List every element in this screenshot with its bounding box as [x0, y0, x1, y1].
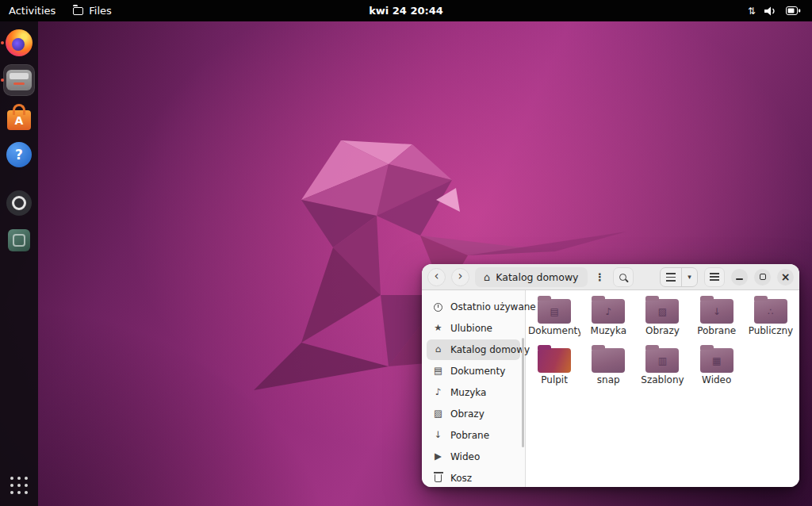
close-icon: × [781, 271, 791, 283]
sidebar-item-label: Ulubione [450, 323, 492, 334]
search-button[interactable] [613, 267, 634, 287]
list-view-button[interactable] [661, 268, 682, 286]
sidebar-item-starred[interactable]: ★ Ulubione [427, 318, 520, 339]
folder-label: Dokumenty [528, 326, 580, 336]
activities-button[interactable]: Activities [0, 0, 64, 21]
show-applications-button[interactable] [3, 470, 35, 501]
dock-item-files[interactable] [3, 64, 35, 96]
sidebar-item-label: Wideo [450, 451, 480, 462]
sidebar-item-label: Muzyka [450, 387, 486, 398]
sidebar-item-home[interactable]: ⌂ Katalog domowy [427, 339, 520, 360]
minimize-button[interactable] [731, 269, 748, 286]
top-bar: Activities Files kwi 24 20:44 ⇅ [0, 0, 812, 21]
sidebar-item-label: Pobrane [450, 430, 489, 441]
menu-button[interactable] [704, 267, 725, 287]
clock[interactable]: kwi 24 20:44 [369, 5, 443, 17]
files-window: ‹ › ⌂ Katalog domowy ⋮ ▾ [422, 264, 799, 487]
folder-publiczny[interactable]: ∴ Publiczny [745, 299, 797, 343]
trash-icon [433, 474, 443, 482]
templates-emblem-icon: ▥ [645, 348, 679, 373]
appmenu-files[interactable]: Files [64, 0, 121, 21]
files-icon [6, 70, 32, 90]
sidebar-item-documents[interactable]: ▤ Dokumenty [427, 361, 520, 381]
downloads-emblem-icon: ↓ [700, 299, 733, 324]
folder-label: Muzyka [591, 326, 626, 336]
clock-icon [433, 303, 443, 312]
sidebar: Ostatnio używane ★ Ulubione ⌂ Katalog do… [422, 290, 526, 487]
sidebar-item-label: Kosz [450, 473, 472, 484]
share-emblem-icon: ∴ [754, 299, 787, 324]
list-view-icon [666, 273, 676, 282]
toolbar-right: ▾ × [660, 267, 794, 287]
folder-szablony[interactable]: ▥ Szablony [636, 348, 688, 392]
folder-snap[interactable]: snap [582, 348, 634, 392]
folder-label: snap [597, 375, 620, 385]
desktop: Activities Files kwi 24 20:44 ⇅ [0, 0, 812, 506]
forward-button[interactable]: › [451, 268, 469, 286]
maximize-button[interactable] [754, 269, 771, 286]
folder-icon: ▦ [700, 348, 733, 373]
close-button[interactable]: × [777, 269, 794, 286]
folder-icon [592, 348, 625, 373]
sidebar-scrollbar[interactable] [522, 338, 524, 447]
system-tray[interactable]: ⇅ [741, 0, 807, 21]
downloads-icon: ↓ [433, 431, 443, 440]
files-appmenu-icon [73, 7, 83, 15]
folder-icon: ▨ [645, 299, 679, 324]
dock-item-ubuntu-software[interactable]: A [3, 102, 35, 133]
images-emblem-icon: ▨ [645, 299, 679, 324]
folder-icon: ♪ [592, 299, 625, 324]
app-grid-icon [10, 477, 28, 494]
running-indicator [1, 41, 4, 44]
back-button[interactable]: ‹ [427, 268, 446, 286]
folder-icon: ↓ [700, 299, 733, 324]
sidebar-item-music[interactable]: ♪ Muzyka [427, 382, 520, 403]
folder-wideo[interactable]: ▦ Wideo [691, 348, 743, 392]
sidebar-item-label: Obrazy [450, 408, 485, 420]
disc-icon [6, 190, 32, 216]
header-bar[interactable]: ‹ › ⌂ Katalog domowy ⋮ ▾ [422, 264, 799, 290]
folder-icon: ▥ [645, 348, 679, 373]
home-icon: ⌂ [484, 272, 490, 282]
folder-label: Szablony [641, 375, 684, 385]
view-options-dropdown[interactable]: ▾ [682, 268, 697, 286]
network-icon: ⇅ [748, 6, 756, 16]
folder-label: Wideo [702, 375, 731, 385]
appmenu-label: Files [89, 5, 112, 17]
sidebar-item-downloads[interactable]: ↓ Pobrane [427, 425, 520, 446]
maximize-icon [760, 274, 766, 280]
sidebar-item-label: Ostatnio używane [450, 301, 536, 312]
folder-label: Pobrane [697, 326, 736, 336]
firefox-icon [6, 29, 33, 56]
path-bar[interactable]: ⌂ Katalog domowy [475, 267, 588, 287]
images-icon: ▨ [433, 409, 443, 419]
dock-item-firefox[interactable] [3, 27, 35, 59]
folder-label: Publiczny [749, 326, 794, 336]
folder-obrazy[interactable]: ▨ Obrazy [636, 299, 688, 343]
star-icon: ★ [433, 324, 443, 333]
utility-app-icon [8, 229, 30, 251]
sidebar-item-label: Dokumenty [450, 366, 505, 377]
folder-pulpit[interactable]: Pulpit [528, 348, 580, 392]
search-icon [619, 274, 626, 281]
folder-label: Obrazy [645, 326, 680, 336]
file-grid: ▤ Dokumenty ♪ Muzyka ▨ Obrazy [526, 290, 799, 487]
sidebar-item-pictures[interactable]: ▨ Obrazy [427, 404, 520, 424]
documents-emblem-icon: ▤ [538, 299, 571, 324]
dock-item-help[interactable]: ? [3, 139, 35, 171]
folder-pobrane[interactable]: ↓ Pobrane [691, 299, 743, 343]
folder-muzyka[interactable]: ♪ Muzyka [582, 299, 634, 343]
dock-item-utility[interactable] [3, 224, 35, 256]
dock-item-disc-player[interactable] [3, 187, 35, 219]
minimize-icon [736, 278, 743, 280]
dock: A ? [0, 21, 38, 506]
sidebar-item-videos[interactable]: ▶ Wideo [427, 447, 520, 467]
view-toggle: ▾ [660, 267, 698, 287]
documents-icon: ▤ [433, 366, 443, 376]
folder-dokumenty[interactable]: ▤ Dokumenty [528, 299, 580, 343]
hamburger-icon [710, 273, 719, 281]
sidebar-item-trash[interactable]: Kosz [427, 468, 520, 487]
location-options-button[interactable]: ⋮ [593, 267, 607, 287]
video-icon: ▶ [433, 452, 443, 462]
sidebar-item-recent[interactable]: Ostatnio używane [427, 297, 520, 317]
